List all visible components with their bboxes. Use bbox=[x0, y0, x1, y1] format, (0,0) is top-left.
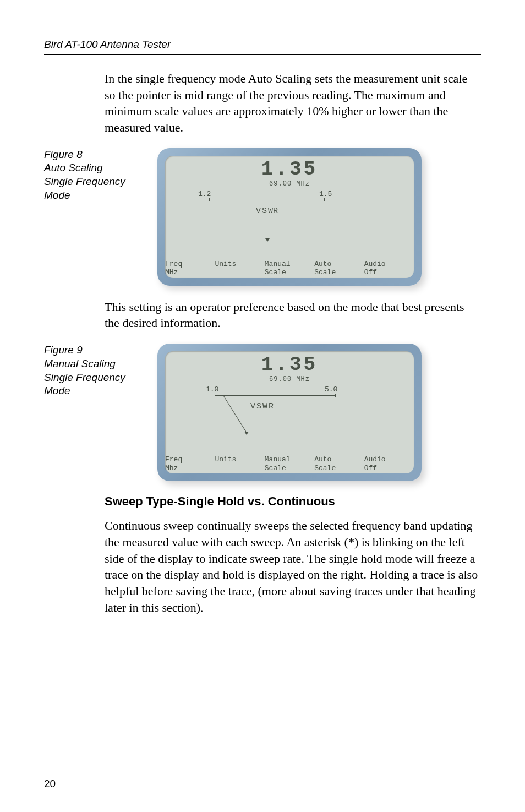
fig9-reading: 1.35 bbox=[261, 353, 318, 376]
page-header: Bird AT-100 Antenna Tester bbox=[44, 39, 481, 51]
paragraph-3: Continuous sweep continually sweeps the … bbox=[105, 517, 481, 615]
paragraph-1: In the single frequency mode Auto Scalin… bbox=[105, 70, 481, 136]
fig9-axis-min: 1.0 bbox=[206, 385, 218, 394]
fig9-frequency: 69.00 MHz bbox=[269, 375, 310, 383]
header-rule bbox=[44, 54, 481, 55]
fig8-softkey-auto-scale[interactable]: AutoScale bbox=[314, 260, 364, 277]
section-heading: Sweep Type-Single Hold vs. Continuous bbox=[105, 494, 481, 509]
fig8-frequency: 69.00 MHz bbox=[269, 180, 310, 188]
fig8-softkey-manual-scale[interactable]: ManualScale bbox=[265, 260, 314, 277]
fig9-caption-line2: Manual Scaling Single Frequency Mode bbox=[44, 358, 125, 396]
fig9-pointer-tip bbox=[244, 432, 249, 435]
fig8-axis-max: 1.5 bbox=[319, 190, 332, 198]
fig8-softkey-freq[interactable]: FreqMHz bbox=[165, 260, 215, 277]
page-number: 20 bbox=[44, 778, 56, 790]
figure-8-lcd: 1.35 69.00 MHz 1.2 1.5 VSWR FreqMHz Unit… bbox=[157, 148, 422, 286]
fig9-softkey-freq[interactable]: FreqMhz bbox=[165, 455, 215, 472]
paragraph-2: This setting is an operator preference b… bbox=[105, 299, 481, 331]
fig9-pointer bbox=[223, 395, 246, 432]
fig9-softkey-auto-scale[interactable]: AutoScale bbox=[314, 455, 364, 472]
figure-9-caption: Figure 9 Manual Scaling Single Frequency… bbox=[44, 344, 127, 398]
fig8-softkeys: FreqMHz Units ManualScale AutoScale Audi… bbox=[165, 260, 414, 277]
fig9-softkeys: FreqMhz Units ManualScale AutoScale Audi… bbox=[165, 455, 414, 472]
fig8-axis-min: 1.2 bbox=[198, 190, 211, 198]
figure-8-caption: Figure 8 Auto Scaling Single Frequency M… bbox=[44, 148, 127, 203]
fig8-reading: 1.35 bbox=[261, 158, 318, 181]
fig8-unit-label: VSWR bbox=[256, 206, 279, 216]
fig9-softkey-units[interactable]: Units bbox=[215, 455, 264, 472]
fig9-softkey-manual-scale[interactable]: ManualScale bbox=[265, 455, 314, 472]
fig9-axis bbox=[215, 395, 336, 396]
fig9-axis-max: 5.0 bbox=[325, 385, 337, 394]
figure-9-row: Figure 9 Manual Scaling Single Frequency… bbox=[44, 344, 481, 481]
fig8-caption-line2: Auto Scaling Single Frequency Mode bbox=[44, 162, 125, 200]
fig8-softkey-audio[interactable]: AudioOff bbox=[364, 260, 414, 277]
fig9-softkey-audio[interactable]: AudioOff bbox=[364, 455, 414, 472]
figure-8-row: Figure 8 Auto Scaling Single Frequency M… bbox=[44, 148, 481, 286]
fig8-caption-line1: Figure 8 bbox=[44, 149, 83, 160]
figure-9-lcd: 1.35 69.00 MHz 1.0 5.0 VSWR FreqMhz Unit… bbox=[157, 344, 422, 481]
fig9-unit-label: VSWR bbox=[250, 402, 275, 411]
fig9-caption-line1: Figure 9 bbox=[44, 344, 83, 356]
fig8-softkey-units[interactable]: Units bbox=[215, 260, 264, 277]
fig8-pointer bbox=[267, 200, 267, 238]
